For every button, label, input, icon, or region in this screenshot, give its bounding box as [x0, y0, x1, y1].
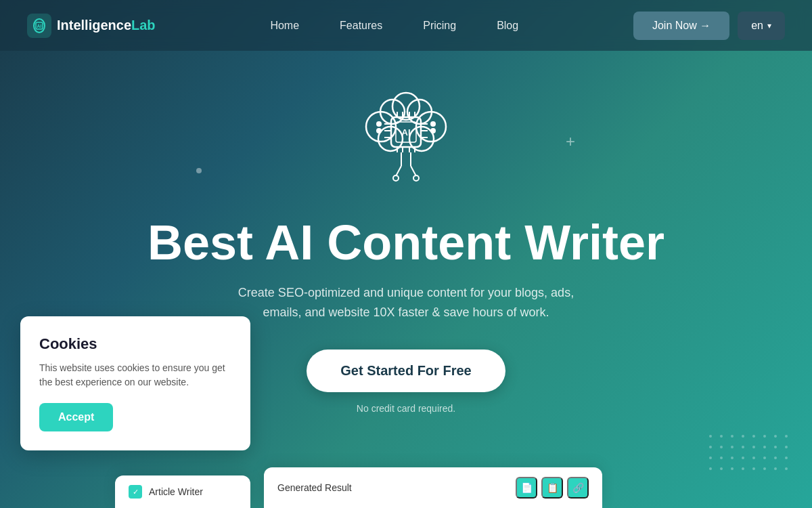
nav-link-blog[interactable]: Blog — [497, 20, 518, 31]
preview-action-buttons: 📄 📋 🔗 — [516, 477, 589, 499]
clipboard-button[interactable]: 📋 — [541, 477, 563, 499]
svg-line-33 — [396, 166, 401, 176]
generated-result-card: Generated Result 📄 📋 🔗 — [264, 467, 602, 508]
svg-point-28 — [376, 128, 382, 133]
svg-point-35 — [393, 175, 399, 181]
svg-text:AI: AI — [402, 127, 411, 137]
svg-text:AI: AI — [37, 24, 42, 28]
chevron-down-icon: ▾ — [767, 21, 771, 30]
ai-brain-icon: AI — [342, 78, 470, 193]
preview-area: ✓ Article Writer Generated Result 📄 📋 🔗 — [115, 454, 812, 508]
svg-point-29 — [430, 121, 436, 127]
generated-result-label: Generated Result — [277, 482, 352, 493]
article-writer-card: ✓ Article Writer — [115, 475, 250, 508]
hero-title: Best AI Content Writer — [148, 216, 664, 270]
get-started-button[interactable]: Get Started For Free — [307, 350, 505, 392]
nav-link-home[interactable]: Home — [270, 20, 299, 31]
language-selector[interactable]: en ▾ — [738, 12, 785, 40]
svg-point-30 — [430, 128, 436, 133]
hero-subtitle: Create SEO-optimized and unique content … — [238, 283, 574, 322]
svg-line-34 — [411, 166, 416, 176]
logo-link[interactable]: AI IntelligenceLab — [27, 14, 156, 38]
no-card-text: No credit card required. — [357, 403, 455, 414]
logo-text: IntelligenceLab — [57, 18, 156, 33]
share-button[interactable]: 🔗 — [567, 477, 589, 499]
ai-brain-icon-container: AI — [342, 78, 470, 196]
nav-link-features[interactable]: Features — [340, 20, 382, 31]
nav-links: Home Features Pricing Blog — [270, 20, 518, 32]
join-now-button[interactable]: Join Now → — [633, 12, 729, 40]
logo-icon: AI — [27, 14, 51, 38]
navbar: AI IntelligenceLab Home Features Pricing… — [0, 0, 812, 51]
svg-point-27 — [376, 121, 382, 127]
article-writer-label: Article Writer — [149, 486, 203, 497]
accept-cookies-button[interactable]: Accept — [39, 403, 113, 431]
nav-link-pricing[interactable]: Pricing — [423, 20, 456, 31]
nav-right: Join Now → en ▾ — [633, 12, 785, 40]
copy-button[interactable]: 📄 — [516, 477, 537, 499]
svg-point-36 — [413, 175, 419, 181]
cookie-banner: Cookies This website uses cookies to ens… — [20, 316, 250, 450]
cookie-text: This website uses cookies to ensure you … — [39, 361, 231, 389]
cookie-title: Cookies — [39, 335, 231, 353]
article-writer-icon: ✓ — [129, 485, 142, 499]
